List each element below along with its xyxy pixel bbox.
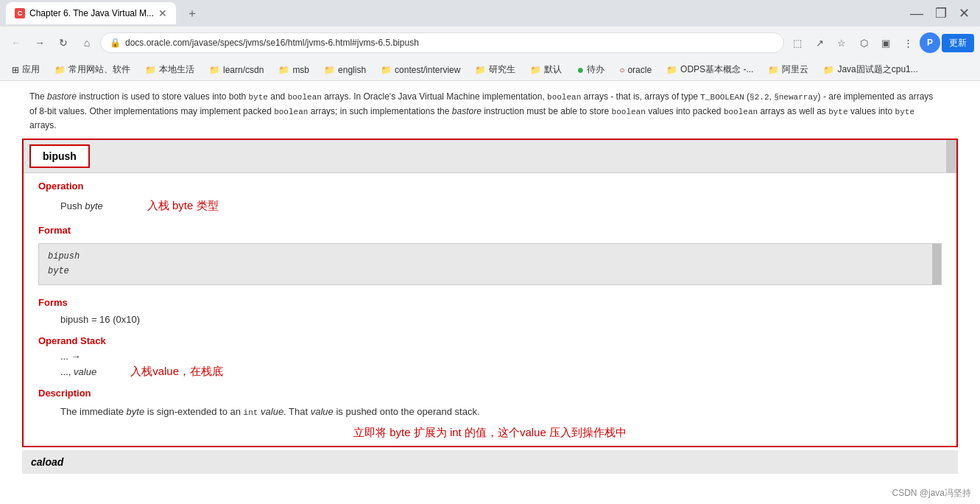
active-tab[interactable]: C Chapter 6. The Java Virtual M... ✕: [6, 2, 176, 24]
bookmark-msb-label: msb: [292, 65, 309, 75]
intro-paragraph: The bastore instruction is used to store…: [29, 81, 936, 139]
bookmark-research-label: 研究生: [489, 63, 515, 76]
bookmark-default-label: 默认: [544, 63, 562, 76]
address-bar: ← → ↻ ⌂ 🔒 docs.oracle.com/javase/specs/j…: [0, 27, 980, 59]
extensions-icon[interactable]: ⬡: [853, 32, 874, 53]
menu-icon[interactable]: ⋮: [898, 32, 918, 53]
operand-row2: ..., value 入栈value，在栈底: [24, 363, 956, 380]
forward-button[interactable]: →: [29, 32, 50, 53]
bookmark-java-label: Java固试题之cpu1...: [837, 63, 917, 76]
bookmark-odps[interactable]: 📁 ODPS基本概念 -...: [660, 62, 759, 77]
bookmark-common[interactable]: 📁 常用网站、软件: [49, 62, 136, 77]
title-bar: C Chapter 6. The Java Virtual M... ✕ ＋ —…: [0, 0, 980, 27]
operation-text: Push byte: [24, 197, 103, 214]
minimize-button[interactable]: —: [906, 6, 928, 21]
operand-label: Operand Stack: [24, 328, 956, 349]
bookmark-english[interactable]: 📁 english: [318, 63, 372, 77]
format-code-box: bipush byte: [38, 243, 942, 284]
folder-icon: 📁: [823, 65, 834, 75]
folder-icon: 📁: [54, 65, 66, 75]
window-controls: — ❐ ✕: [906, 5, 974, 21]
bookmark-default[interactable]: 📁 默认: [524, 62, 568, 77]
instruction-section: bipush Operation Push byte 入栈 byte 类型 Fo…: [22, 139, 958, 447]
bookmark-oracle[interactable]: ○ oracle: [613, 63, 658, 77]
folder-icon: 📁: [768, 65, 779, 75]
folder-icon: 📁: [381, 65, 392, 75]
watermark: CSDN @java冯坚持: [892, 487, 971, 500]
tab-title: Chapter 6. The Java Virtual M...: [29, 8, 154, 18]
tab-close-button[interactable]: ✕: [158, 7, 167, 19]
desc-text: The immediate byte is sign-extended to a…: [24, 402, 956, 423]
bookmark-star-icon[interactable]: ☆: [831, 32, 852, 53]
bookmark-life-label: 本地生活: [159, 63, 194, 76]
bookmark-java[interactable]: 📁 Java固试题之cpu1...: [817, 62, 923, 77]
apps-grid-icon: ⊞: [12, 65, 19, 75]
folder-icon: 📁: [278, 65, 289, 75]
url-text: docs.oracle.com/javase/specs/jvms/se16/h…: [125, 38, 419, 48]
operation-label: Operation: [24, 173, 956, 195]
bookmark-todo-label: 待办: [587, 63, 604, 76]
tab-favicon: C: [15, 8, 25, 18]
dot-icon: ●: [577, 63, 584, 77]
folder-icon: 📁: [324, 65, 335, 75]
operand-row2-left: ..., value: [60, 366, 96, 377]
bookmark-apps[interactable]: ⊞ 应用: [6, 62, 46, 77]
page-content: The bastore instruction is used to store…: [0, 81, 980, 504]
forms-label: Forms: [24, 290, 956, 311]
desc-label: Description: [24, 380, 956, 402]
header-spacer: [96, 140, 946, 172]
update-button[interactable]: 更新: [942, 34, 974, 52]
bookmark-oracle-label: oracle: [627, 65, 652, 75]
bookmark-csdn-label: learn/csdn: [223, 65, 264, 75]
bookmark-aliyun[interactable]: 📁 阿里云: [762, 62, 814, 77]
refresh-button[interactable]: ↻: [53, 32, 74, 53]
bookmark-english-label: english: [338, 65, 366, 75]
bookmark-todo[interactable]: ● 待办: [571, 62, 610, 78]
bookmarks-bar: ⊞ 应用 📁 常用网站、软件 📁 本地生活 📁 learn/csdn 📁 msb…: [0, 59, 980, 81]
forms-text: bipush = 16 (0x10): [24, 311, 956, 328]
folder-icon: 📁: [475, 65, 486, 75]
address-input[interactable]: 🔒 docs.oracle.com/javase/specs/jvms/se16…: [100, 32, 784, 53]
bookmark-contest-label: contest/interview: [395, 65, 460, 75]
sidebar-icon[interactable]: ▣: [875, 32, 896, 53]
back-button[interactable]: ←: [6, 32, 27, 53]
close-button[interactable]: ✕: [954, 5, 974, 21]
bookmark-common-label: 常用网站、软件: [68, 63, 130, 76]
oracle-icon: ○: [619, 65, 624, 75]
format-code-line2: byte: [48, 265, 932, 279]
restore-button[interactable]: ❐: [931, 5, 951, 21]
desc-annotation: 立即将 byte 扩展为 int 的值，这个value 压入到操作栈中: [24, 423, 956, 446]
format-code-line1: bipush: [48, 250, 932, 264]
folder-icon: 📁: [530, 65, 541, 75]
profile-avatar[interactable]: P: [920, 32, 940, 53]
folder-icon: 📁: [209, 65, 220, 75]
code-scrollbar[interactable]: [932, 244, 941, 284]
screenshot-icon[interactable]: ⬚: [787, 32, 808, 53]
toolbar-icons: ⬚ ↗ ☆ ⬡ ▣ ⋮ P 更新: [787, 32, 974, 53]
lock-icon: 🔒: [110, 38, 121, 48]
bookmark-odps-label: ODPS基本概念 -...: [680, 63, 753, 76]
home-button[interactable]: ⌂: [77, 32, 97, 53]
bookmark-research[interactable]: 📁 研究生: [469, 62, 521, 77]
bookmark-msb[interactable]: 📁 msb: [272, 63, 315, 77]
bookmark-contest[interactable]: 📁 contest/interview: [375, 63, 466, 77]
operand-row1-text: ... →: [60, 351, 80, 362]
share-icon[interactable]: ↗: [809, 32, 830, 53]
next-instruction: caload: [22, 450, 958, 474]
bookmark-csdn[interactable]: 📁 learn/csdn: [203, 63, 269, 77]
folder-icon: 📁: [666, 65, 677, 75]
new-tab-button[interactable]: ＋: [182, 3, 202, 24]
instruction-header: bipush: [24, 140, 956, 173]
operation-annotation: 入栈 byte 类型: [147, 199, 219, 213]
operand-row1: ... →: [24, 349, 956, 363]
operand-annotation: 入栈value，在栈底: [130, 365, 223, 379]
scrollbar[interactable]: [946, 140, 956, 172]
format-label: Format: [24, 217, 956, 239]
instruction-name: bipush: [29, 144, 90, 168]
bookmark-apps-label: 应用: [22, 63, 40, 76]
bookmark-aliyun-label: 阿里云: [782, 63, 808, 76]
bookmark-life[interactable]: 📁 本地生活: [139, 62, 200, 77]
folder-icon: 📁: [145, 65, 156, 75]
